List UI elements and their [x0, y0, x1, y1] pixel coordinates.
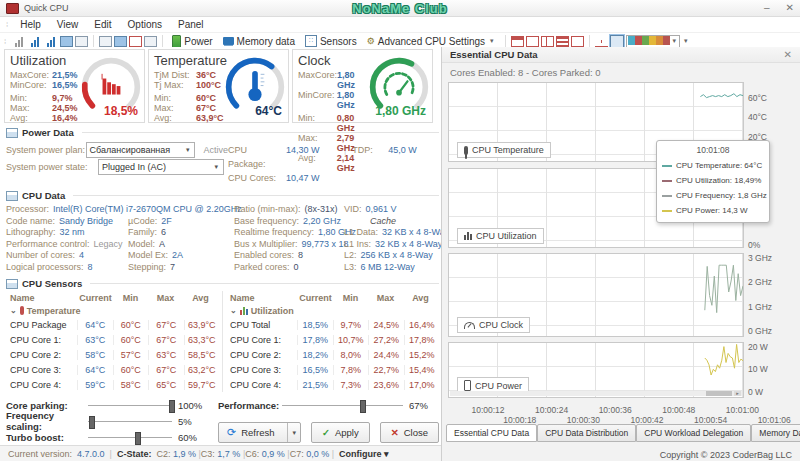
cstate-value: 1,7 %	[217, 449, 240, 459]
power-plan-select[interactable]: Сбалансированная ▾	[86, 142, 196, 158]
chart-h-scrollbar[interactable]: ▸	[450, 391, 742, 396]
series-dash-icon	[662, 180, 672, 182]
window-layout-1-icon[interactable]	[511, 36, 524, 47]
clock-y-axis: 3 GHz2 GHz1 GHz0 GHz	[748, 253, 788, 337]
table-row[interactable]: CPU Core 2: 58°C 57°C 63°C 58,5°C	[6, 347, 219, 362]
col-header-avg[interactable]: Avg	[183, 293, 218, 303]
col-header-name[interactable]: Name	[6, 293, 78, 303]
chevron-collapse-icon[interactable]: ⌄	[230, 306, 237, 315]
window-layout-4-icon[interactable]	[556, 36, 569, 47]
stat-label: Max:	[10, 103, 52, 113]
stat-value: 60°C	[196, 93, 216, 103]
power-toolbar-button[interactable]: Power	[168, 35, 216, 48]
panel-close-icon[interactable]: ✕	[784, 49, 792, 60]
sensor-current: 17,8%	[297, 335, 333, 345]
line-chart-icon[interactable]	[595, 36, 608, 47]
configure-menu[interactable]: Configure ▾	[339, 449, 389, 459]
chart-large-icon[interactable]	[44, 35, 58, 47]
table-row[interactable]: CPU Core 1: 17,8% 10,7% 27,2% 17,8%	[226, 332, 439, 347]
table-row[interactable]: CPU Core 1: 63°C 60°C 67°C 63,3°C	[6, 332, 219, 347]
frequency-scaling-slider[interactable]	[88, 416, 172, 427]
sensor-current: 59°C	[77, 380, 113, 390]
window-layout-2-icon[interactable]	[526, 36, 539, 47]
feedback-icon[interactable]	[114, 36, 127, 47]
utilization-group-row[interactable]: ⌄ Utilization	[226, 304, 439, 317]
clock-chart[interactable]: CPU Clock	[448, 253, 744, 337]
table-row[interactable]: CPU Core 3: 16,5% 7,8% 22,7% 15,4%	[226, 362, 439, 377]
edit-report-icon[interactable]	[129, 36, 142, 47]
apply-button[interactable]: ✓ Apply	[311, 422, 370, 443]
menu-item[interactable]: Panel	[170, 18, 212, 31]
menu-item[interactable]: View	[49, 18, 87, 31]
col-header-name[interactable]: Name	[226, 293, 298, 303]
table-row[interactable]: CPU Core 4: 21,5% 7,3% 23,6% 17,0%	[226, 377, 439, 392]
refresh-button[interactable]: ⟳Refresh ▾	[218, 422, 301, 443]
panel-tab[interactable]: Memory Data	[751, 424, 800, 442]
col-header-current[interactable]: Current	[298, 293, 333, 303]
slider-thumb[interactable]	[89, 416, 95, 429]
cpu-data-value: Sandy Bridge	[59, 216, 113, 228]
turbo-boost-slider[interactable]	[88, 432, 172, 443]
sensors-button[interactable]: ∷ Sensors	[301, 35, 361, 47]
scrollbar-right-arrow[interactable]: ▸	[734, 391, 741, 396]
power-chart[interactable]: CPU Power ▸	[448, 342, 744, 398]
table-row[interactable]: CPU Core 4: 59°C 58°C 65°C 59,7°C	[6, 377, 219, 392]
cpu-data-label: Code name:	[6, 216, 55, 228]
col-header-max[interactable]: Max	[148, 293, 183, 303]
clock-chart-badge[interactable]: CPU Clock	[457, 317, 530, 333]
temperature-chart-badge[interactable]: CPU Temperature	[457, 142, 551, 158]
color-palette-picker[interactable]: ▾	[626, 35, 681, 48]
stat-value: 24,5%	[52, 103, 78, 113]
close-button-main[interactable]: ✕ Close	[380, 422, 439, 443]
utilization-chart-badge[interactable]: CPU Utilization	[457, 228, 544, 244]
cpu-icon[interactable]	[60, 36, 73, 47]
menu-item[interactable]: Help	[12, 18, 49, 31]
legend-toggle-icon[interactable]	[610, 35, 624, 48]
memory-data-button[interactable]: Memory data	[219, 36, 299, 47]
panel-tab[interactable]: CPU Data Distribution	[537, 424, 636, 442]
cpu-data-value: 99,773 x 18	[302, 239, 349, 251]
menu-item[interactable]: Edit	[86, 18, 119, 31]
table-row[interactable]: CPU Core 2: 18,2% 8,0% 24,4% 15,2%	[226, 347, 439, 362]
col-header-current[interactable]: Current	[78, 293, 113, 303]
table-row[interactable]: CPU Package 64°C 60°C 67°C 63,9°C	[6, 317, 219, 332]
power-state-select[interactable]: Plugged In (AC) ▾	[98, 159, 224, 175]
sensor-current: 18,2%	[297, 350, 333, 360]
log-icon[interactable]	[99, 36, 112, 47]
refresh-dropdown-arrow[interactable]: ▾	[287, 423, 300, 442]
list-icon[interactable]	[144, 36, 157, 47]
stat-label: Min:	[10, 93, 52, 103]
col-header-max[interactable]: Max	[368, 293, 403, 303]
performance-value: 67%	[409, 400, 439, 411]
image-icon[interactable]	[75, 36, 88, 47]
col-header-min[interactable]: Min	[333, 293, 368, 303]
col-header-avg[interactable]: Avg	[403, 293, 438, 303]
col-header-min[interactable]: Min	[113, 293, 148, 303]
performance-slider[interactable]	[282, 400, 403, 411]
scrollbar-thumb[interactable]	[706, 391, 732, 396]
chevron-collapse-icon[interactable]: ⌄	[10, 306, 17, 315]
panel-tab[interactable]: Essential CPU Data	[446, 424, 537, 442]
minimize-button[interactable]: –	[764, 3, 770, 13]
temperature-group-row[interactable]: ⌄ Temperature	[6, 304, 219, 317]
slider-thumb[interactable]	[169, 400, 175, 413]
close-button[interactable]: ✕	[786, 3, 794, 13]
cpu-data-value: 6	[161, 227, 166, 239]
slider-thumb[interactable]	[135, 432, 141, 445]
window-layout-5-icon[interactable]	[571, 36, 584, 47]
toolbar-overflow-chevron[interactable]: ▾	[682, 37, 690, 45]
chart-small-icon[interactable]	[12, 35, 26, 47]
menu-item[interactable]: Options	[120, 18, 170, 31]
tooltip-row: CPU Temperature: 64°C	[662, 158, 764, 173]
core-parking-slider[interactable]	[88, 400, 172, 411]
y-tick-label: 20 W	[748, 342, 768, 352]
window-layout-3-icon[interactable]	[541, 36, 554, 47]
advanced-cpu-settings-button[interactable]: ⚙ Advanced CPU Settings ▾	[363, 36, 500, 47]
chart-medium-icon[interactable]	[28, 35, 42, 47]
version-label: Current version:	[8, 449, 72, 459]
cpu-data-label: L1 Ins:	[344, 239, 371, 251]
table-row[interactable]: CPU Core 3: 64°C 60°C 67°C 63,2°C	[6, 362, 219, 377]
table-row[interactable]: CPU Total 18,5% 9,7% 24,5% 16,4%	[226, 317, 439, 332]
panel-tab[interactable]: CPU Workload Delegation	[636, 424, 751, 442]
slider-thumb[interactable]	[360, 400, 366, 413]
